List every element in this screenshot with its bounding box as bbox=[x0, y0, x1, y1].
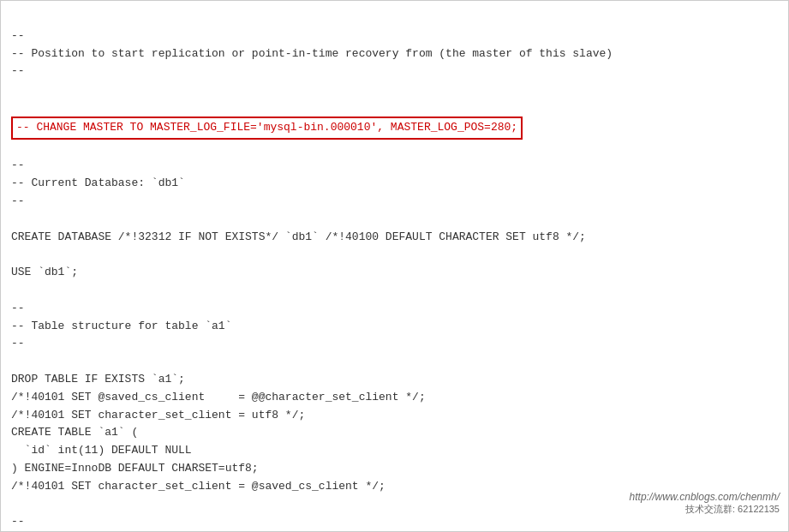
code-line-2: -- Position to start replication or poin… bbox=[11, 47, 613, 60]
watermark-url: http://www.cnblogs.com/chenmh/ bbox=[630, 491, 780, 503]
code-line-5: -- bbox=[11, 158, 25, 171]
code-line-19: /*!40101 SET character_set_client = @sav… bbox=[11, 480, 386, 493]
change-master-line: -- CHANGE MASTER TO MASTER_LOG_FILE='mys… bbox=[11, 117, 523, 140]
code-content: -- -- Position to start replication or p… bbox=[11, 9, 778, 532]
code-line-12: -- bbox=[11, 337, 25, 350]
code-line-15: /*!40101 SET character_set_client = utf8… bbox=[11, 409, 305, 421]
code-line-8: CREATE DATABASE /*!32312 IF NOT EXISTS*/… bbox=[11, 230, 586, 243]
code-line-10: -- bbox=[11, 302, 25, 314]
code-line-20: -- bbox=[11, 515, 25, 528]
code-line-6: -- Current Database: `db1` bbox=[11, 176, 185, 189]
code-line-13: DROP TABLE IF EXISTS `a1`; bbox=[11, 373, 185, 386]
code-line-9: USE `db1`; bbox=[11, 266, 78, 278]
code-line-1: -- bbox=[11, 29, 25, 42]
watermark-id: 技术交流群: 62122135 bbox=[630, 503, 780, 516]
main-container: -- -- Position to start replication or p… bbox=[0, 0, 789, 532]
code-line-17: `id` int(11) DEFAULT NULL bbox=[11, 444, 192, 457]
code-line-18: ) ENGINE=InnoDB DEFAULT CHARSET=utf8; bbox=[11, 462, 259, 475]
code-line-3: -- bbox=[11, 64, 25, 77]
code-line-7: -- bbox=[11, 194, 25, 207]
watermark-block: http://www.cnblogs.com/chenmh/ 技术交流群: 62… bbox=[630, 491, 780, 516]
code-line-14: /*!40101 SET @saved_cs_client = @@charac… bbox=[11, 391, 426, 403]
code-line-16: CREATE TABLE `a1` ( bbox=[11, 426, 138, 439]
code-line-11: -- Table structure for table `a1` bbox=[11, 320, 231, 332]
highlighted-line-wrapper: -- CHANGE MASTER TO MASTER_LOG_FILE='mys… bbox=[11, 121, 523, 134]
